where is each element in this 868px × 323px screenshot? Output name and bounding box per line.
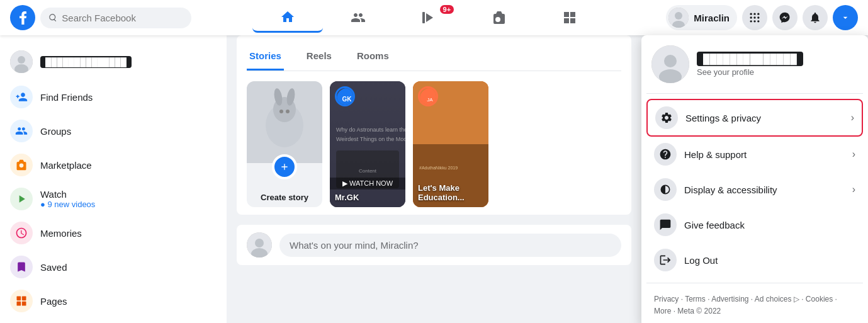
sidebar-item-memories[interactable]: Memories	[5, 217, 222, 249]
sidebar-label-groups: Groups	[40, 126, 71, 137]
dropdown-divider-2	[646, 283, 863, 283]
search-input[interactable]	[62, 13, 184, 23]
svg-text:#AduthaNikku 2019: #AduthaNikku 2019	[419, 166, 458, 170]
dropdown-profile-avatar	[651, 45, 689, 83]
sidebar-label-pages: Pages	[40, 296, 67, 307]
apps-menu-button[interactable]	[742, 5, 767, 30]
facebook-logo[interactable]	[10, 5, 35, 30]
dropdown-item-feedback[interactable]: Give feedback	[646, 207, 863, 242]
sidebar-item-groups[interactable]: Groups	[5, 115, 222, 147]
notifications-button[interactable]	[803, 5, 828, 30]
sidebar-watch-info: Watch ● 9 new videos	[40, 189, 95, 209]
dropdown-item-settings[interactable]: Settings & privacy ›	[646, 99, 863, 137]
svg-point-3	[675, 12, 682, 20]
create-story-card[interactable]: Create story	[247, 81, 322, 207]
svg-point-26	[279, 110, 283, 113]
main-content: Stories Reels Rooms	[227, 35, 641, 323]
watch-badge: 9+	[440, 5, 454, 14]
sidebar-item-saved[interactable]: Saved	[5, 251, 222, 283]
topnav-right-controls: Miraclin	[666, 5, 858, 30]
sidebar-item-find-friends[interactable]: Find Friends	[5, 81, 222, 113]
dropdown-help-label: Help & support	[684, 149, 845, 160]
svg-point-11	[750, 20, 752, 22]
dropdown-see-profile: See your profile	[697, 67, 803, 77]
user-profile-pill[interactable]: Miraclin	[666, 5, 737, 30]
watch-icon	[10, 188, 33, 210]
svg-point-42	[255, 239, 264, 247]
messenger-button[interactable]	[772, 5, 798, 30]
dropdown-menu: ██████████████ See your profile Settings…	[641, 35, 868, 323]
account-dropdown-button[interactable]	[833, 5, 858, 30]
svg-point-45	[664, 55, 677, 67]
dropdown-profile-name: ██████████████	[697, 52, 803, 66]
svg-text:Content: Content	[359, 168, 377, 174]
svg-rect-1	[422, 12, 425, 23]
sidebar-user-row[interactable]: ██████████████	[5, 45, 222, 78]
sidebar-label-find-friends: Find Friends	[40, 92, 93, 103]
topnav-avatar	[668, 8, 689, 28]
sidebar-item-watch[interactable]: Watch ● 9 new videos	[5, 183, 222, 215]
story-label-education: Let's Make Education...	[418, 183, 483, 202]
create-story-plus-button[interactable]	[272, 154, 297, 179]
nav-home-button[interactable]	[252, 3, 323, 33]
nav-center-icons: 9+	[196, 3, 661, 33]
feedback-icon	[654, 213, 677, 236]
pages-icon	[10, 290, 33, 312]
dropdown-profile-info: ██████████████ See your profile	[697, 52, 803, 77]
sidebar-item-marketplace[interactable]: Marketplace	[5, 149, 222, 181]
dropdown-logout-label: Log Out	[684, 255, 855, 266]
dropdown-item-help[interactable]: Help & support ›	[646, 137, 863, 172]
story-card-education[interactable]: #AduthaNikku 2019 JA Let's Make Educatio…	[413, 81, 488, 207]
search-box[interactable]	[40, 8, 191, 28]
groups-icon	[10, 120, 33, 142]
svg-text:Weirdest Things on the Moon?: Weirdest Things on the Moon?	[336, 136, 405, 142]
saved-icon	[10, 256, 33, 278]
dropdown-settings-label: Settings & privacy	[685, 113, 843, 123]
settings-chevron-icon: ›	[851, 112, 854, 123]
svg-point-27	[286, 110, 290, 113]
svg-point-13	[757, 20, 759, 22]
stories-tabs: Stories Reels Rooms	[247, 43, 621, 71]
post-box: What's on your mind, Miraclin?	[237, 225, 631, 265]
svg-rect-19	[17, 302, 21, 306]
svg-point-9	[753, 16, 755, 18]
tab-stories[interactable]: Stories	[247, 43, 284, 71]
svg-point-12	[753, 20, 755, 22]
sidebar-avatar	[10, 50, 33, 73]
sidebar: ██████████████ Find Friends Groups Marke…	[0, 35, 227, 323]
svg-point-8	[750, 16, 752, 18]
tab-reels[interactable]: Reels	[304, 43, 334, 71]
story-avatar-education: JA	[418, 86, 438, 106]
top-navigation: 9+ Miraclin	[0, 0, 868, 35]
nav-pages-button[interactable]	[534, 3, 605, 33]
memories-icon	[10, 222, 33, 244]
svg-text:JA: JA	[427, 97, 433, 103]
dropdown-divider-1	[646, 93, 863, 94]
sidebar-label-watch: Watch	[40, 189, 95, 200]
story-watchnow-mrgk: ▶ WATCH NOW	[330, 178, 405, 190]
svg-rect-20	[22, 302, 26, 306]
post-input[interactable]: What's on your mind, Miraclin?	[279, 234, 621, 257]
dropdown-item-display[interactable]: Display & accessibility ›	[646, 172, 863, 207]
story-label-mrgk: Mr.GK	[335, 193, 400, 202]
dropdown-profile-row[interactable]: ██████████████ See your profile	[646, 40, 863, 88]
svg-point-7	[757, 13, 759, 15]
story-avatar-mrgk: GK	[335, 86, 355, 106]
logout-icon	[654, 249, 677, 271]
dropdown-feedback-label: Give feedback	[684, 220, 855, 230]
dropdown-display-label: Display & accessibility	[684, 184, 845, 195]
sidebar-item-pages[interactable]: Pages	[5, 285, 222, 317]
svg-point-6	[753, 13, 755, 15]
tab-rooms[interactable]: Rooms	[354, 43, 392, 71]
nav-marketplace-button[interactable]	[464, 3, 534, 33]
story-card-mrgk[interactable]: Why do Astronauts learn these Weirdest T…	[330, 81, 405, 207]
sidebar-label-saved: Saved	[40, 262, 67, 273]
nav-friends-button[interactable]	[323, 3, 393, 33]
dropdown-item-logout[interactable]: Log Out	[646, 242, 863, 278]
nav-watch-button[interactable]: 9+	[393, 3, 464, 33]
find-friends-icon	[10, 86, 33, 108]
sidebar-username: ██████████████	[40, 56, 132, 68]
svg-rect-18	[22, 297, 26, 301]
svg-point-10	[757, 16, 759, 18]
create-story-label: Create story	[247, 193, 322, 202]
